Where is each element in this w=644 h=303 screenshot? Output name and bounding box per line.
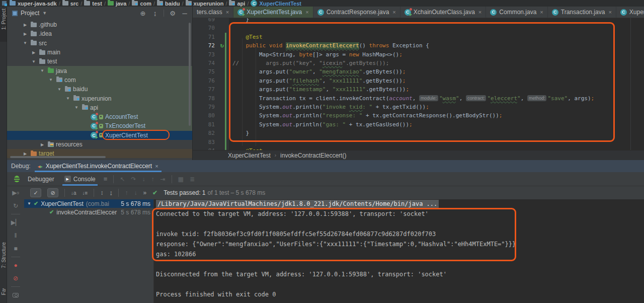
tree-item-accounttest[interactable]: CAccountTest: [7, 112, 192, 121]
tab-debugger[interactable]: Debugger: [26, 172, 56, 186]
test-tree-row-method[interactable]: ✔ invokeContractEleccer 5 s 678 ms: [24, 208, 153, 216]
chevron-right-icon[interactable]: ▶: [22, 32, 29, 36]
chevron-down-icon[interactable]: ▼: [27, 201, 31, 206]
breadcrumb-item-test[interactable]: test: [84, 1, 102, 7]
close-icon[interactable]: ×: [608, 9, 611, 15]
editor-tab-xchainouterclass-java[interactable]: CXchainOuterClass.java×: [400, 7, 487, 18]
close-icon[interactable]: ×: [155, 163, 158, 169]
locate-file-icon[interactable]: ⊕: [138, 10, 147, 17]
breadcrumb-item-src[interactable]: src: [62, 1, 79, 7]
editor-tab-xuperclienttest-java[interactable]: CXuperClientTest.java×: [233, 7, 313, 18]
console-line[interactable]: /Library/Java/JavaVirtualMachines/jdk1.8…: [156, 200, 644, 210]
console-line[interactable]: response: {"Owner":"mengfanxiao","UserFi…: [156, 241, 644, 251]
toolwindow-button-favorites[interactable]: Favorites: [0, 288, 7, 303]
tree-item-main[interactable]: ▶main: [7, 48, 192, 57]
console-line[interactable]: [156, 281, 644, 291]
editor-tab-ters-class[interactable]: ters.class×: [193, 7, 233, 18]
code-line-74[interactable]: // args.put("key", "icexin".getBytes());: [232, 59, 389, 67]
chevron-down-icon[interactable]: ▼: [73, 105, 80, 110]
step-out-icon[interactable]: ↑: [151, 176, 154, 183]
tree-item-com[interactable]: ▼com: [7, 75, 192, 85]
tree-item-test[interactable]: ▼test: [7, 57, 192, 66]
gear-icon[interactable]: ⚙: [168, 10, 177, 17]
console-line[interactable]: Disconnected from the target VM, address…: [156, 271, 644, 281]
code-line-82[interactable]: }: [232, 129, 249, 137]
chevron-down-icon[interactable]: ▼: [42, 11, 47, 16]
code-editor[interactable]: 69707172↻737475767778798081828384 } @Tes…: [193, 18, 644, 150]
view-breakpoints-icon[interactable]: ●: [7, 259, 24, 272]
restore-layout-icon[interactable]: ≡: [104, 175, 108, 183]
rerun-test-icon[interactable]: ↻: [220, 42, 224, 49]
toolwindow-button-structure[interactable]: 7: Structure: [0, 242, 7, 287]
mute-breakpoints-icon[interactable]: ⊘: [7, 272, 24, 285]
chevron-right-icon[interactable]: ▶: [30, 50, 37, 55]
chevron-right-icon[interactable]: ▶: [39, 142, 46, 147]
test-tree-row-class[interactable]: ▼ ✔ XuperClientTest (com.bai 5 s 678 ms: [24, 199, 153, 208]
chevron-down-icon[interactable]: ▼: [30, 59, 37, 64]
tree-item-baidu[interactable]: ▼baidu: [7, 85, 192, 94]
tree-item-xuperclienttest[interactable]: CXuperClientTest: [7, 131, 192, 140]
thread-dump-icon[interactable]: [7, 288, 24, 301]
console-line[interactable]: invoke txid: f2fb8036ef3c9fd0f1f0805efdf…: [156, 231, 644, 241]
previous-failed-icon[interactable]: ↑: [125, 189, 128, 196]
expand-all-icon[interactable]: ↕: [100, 189, 103, 196]
code-line-79[interactable]: System.out.println("invoke txid: " + tx.…: [232, 103, 429, 111]
console-line[interactable]: gas: 102866: [156, 251, 644, 261]
code-line-76[interactable]: args.put("filehash", "xxx11111".getBytes…: [232, 77, 406, 85]
run-to-cursor-icon[interactable]: ⇥: [160, 176, 165, 183]
step-into-icon[interactable]: ↓: [142, 176, 145, 183]
hide-panel-icon[interactable]: ─: [180, 10, 189, 17]
console-line[interactable]: [156, 261, 644, 271]
console-output[interactable]: /Library/Java/JavaVirtualMachines/jdk1.8…: [153, 199, 644, 303]
code-line-75[interactable]: args.put("owner", "mengfanxiao".getBytes…: [232, 67, 406, 76]
breadcrumb-item-baidu[interactable]: baidu: [157, 1, 180, 7]
tree-item-src[interactable]: ▼src: [7, 39, 192, 48]
chevron-down-icon[interactable]: ▼: [39, 68, 46, 73]
code-line-72[interactable]: public void invokeContractEleccert() thr…: [232, 41, 429, 50]
breadcrumb-method[interactable]: invokeContractEleccert(): [280, 152, 346, 159]
console-line[interactable]: Process finished with exit code 0: [156, 291, 644, 301]
next-failed-icon[interactable]: ↓: [134, 189, 137, 196]
show-execution-point-icon[interactable]: ↖: [120, 176, 125, 183]
close-icon[interactable]: ×: [478, 9, 481, 15]
tree-item-idea[interactable]: ▶.idea: [7, 29, 192, 38]
rerun-icon[interactable]: ↻: [7, 199, 24, 212]
layout-settings-icon[interactable]: ≣: [190, 176, 195, 183]
console-line[interactable]: Connected to the target VM, address: '12…: [156, 210, 644, 220]
evaluate-expression-icon[interactable]: ▦: [178, 176, 184, 183]
resume-icon[interactable]: ▶▏: [7, 216, 24, 229]
breadcrumb-item-java[interactable]: java: [108, 1, 126, 7]
collapse-all-icon[interactable]: ↨: [150, 10, 159, 17]
code-line-78[interactable]: Transaction tx = client.invokeContract(a…: [232, 94, 594, 103]
editor-tab-common-java[interactable]: CCommon.java×: [486, 7, 547, 18]
tree-item-java[interactable]: ▼java: [7, 66, 192, 75]
editor-tab-transaction-java[interactable]: CTransaction.java×: [548, 7, 616, 18]
chevron-down-icon[interactable]: ▼: [47, 78, 54, 82]
close-icon[interactable]: ×: [226, 9, 229, 15]
close-icon[interactable]: ×: [540, 9, 543, 15]
more-actions-icon[interactable]: »: [143, 189, 146, 196]
horizontal-scrollbar[interactable]: [10, 156, 106, 158]
code-line-80[interactable]: System.out.println("response: " + tx.get…: [232, 111, 502, 120]
chevron-right-icon[interactable]: ▶: [22, 152, 29, 156]
chevron-right-icon[interactable]: ▶: [22, 23, 29, 27]
code-line-73[interactable]: Map<String, byte[]> args = new HashMap<>…: [232, 50, 403, 59]
pause-icon[interactable]: ‖: [7, 229, 24, 242]
project-panel-title[interactable]: Project: [21, 10, 39, 17]
tree-item-xuperunion[interactable]: ▼xuperunion: [7, 94, 192, 103]
tree-item-txencodertest[interactable]: CTxEncoderTest: [7, 121, 192, 130]
toolwindow-button-project[interactable]: 1: Project: [0, 9, 7, 42]
close-icon[interactable]: ×: [305, 9, 308, 15]
console-line[interactable]: [156, 220, 644, 231]
step-over-icon[interactable]: ↷: [131, 176, 136, 183]
breadcrumb-item-xuperunion[interactable]: xuperunion: [186, 1, 224, 7]
breadcrumb-item-xuper-java-sdk[interactable]: xuper-java-sdk: [10, 1, 57, 7]
code-line-71[interactable]: @Test: [232, 33, 263, 41]
chevron-down-icon[interactable]: ▼: [64, 96, 71, 101]
code-line-84[interactable]: @Test: [232, 146, 263, 150]
close-icon[interactable]: ×: [392, 9, 395, 15]
tree-item-github[interactable]: ▶.github: [7, 20, 192, 29]
rerun-failed-tests-icon[interactable]: ▶9: [7, 186, 24, 199]
stop-icon[interactable]: ■: [7, 242, 24, 255]
code-line-69[interactable]: }: [232, 18, 249, 24]
